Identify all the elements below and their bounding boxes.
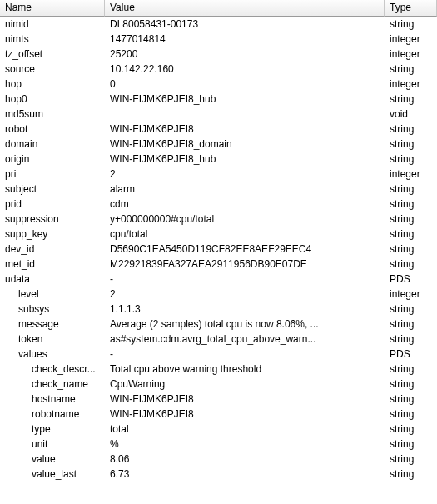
- row-value[interactable]: -: [105, 272, 385, 287]
- row-value[interactable]: DL80058431-00173: [105, 17, 385, 32]
- row-type: integer: [385, 287, 437, 302]
- row-value[interactable]: 8.06: [105, 452, 385, 467]
- row-type: string: [385, 302, 437, 317]
- row-type: string: [385, 362, 437, 377]
- property-grid: Name Value Type nimidDL80058431-00173str…: [0, 0, 437, 482]
- row-name[interactable]: prid: [0, 197, 105, 212]
- row-name[interactable]: suppression: [0, 212, 105, 227]
- row-name[interactable]: type: [0, 422, 105, 437]
- row-name[interactable]: check_name: [0, 377, 105, 392]
- row-value[interactable]: 1.1.1.3: [105, 302, 385, 317]
- row-value[interactable]: M22921839FA327AEA2911956DB90E07DE: [105, 257, 385, 272]
- row-type: string: [385, 242, 437, 257]
- row-name[interactable]: message: [0, 317, 105, 332]
- row-type: string: [385, 227, 437, 242]
- row-name[interactable]: nimid: [0, 17, 105, 32]
- row-value[interactable]: CpuWarning: [105, 377, 385, 392]
- row-type: integer: [385, 167, 437, 182]
- row-name[interactable]: origin: [0, 152, 105, 167]
- row-name[interactable]: udata: [0, 272, 105, 287]
- row-value[interactable]: WIN-FIJMK6PJEI8_hub: [105, 92, 385, 107]
- row-name[interactable]: robotname: [0, 407, 105, 422]
- row-value[interactable]: y+000000000#cpu/total: [105, 212, 385, 227]
- row-type: string: [385, 92, 437, 107]
- row-value[interactable]: 2: [105, 167, 385, 182]
- row-type: string: [385, 332, 437, 347]
- row-type: string: [385, 152, 437, 167]
- row-value[interactable]: WIN-FIJMK6PJEI8_hub: [105, 152, 385, 167]
- row-name[interactable]: token: [0, 332, 105, 347]
- row-type: string: [385, 137, 437, 152]
- row-name[interactable]: subsys: [0, 302, 105, 317]
- row-name[interactable]: hostname: [0, 392, 105, 407]
- row-value[interactable]: WIN-FIJMK6PJEI8: [105, 407, 385, 422]
- row-name[interactable]: check_descr...: [0, 362, 105, 377]
- row-value[interactable]: Total cpu above warning threshold: [105, 362, 385, 377]
- row-type: string: [385, 377, 437, 392]
- row-value[interactable]: 2: [105, 287, 385, 302]
- row-name[interactable]: dev_id: [0, 242, 105, 257]
- row-name[interactable]: pri: [0, 167, 105, 182]
- row-type: string: [385, 197, 437, 212]
- row-value[interactable]: alarm: [105, 182, 385, 197]
- column-header-name[interactable]: Name: [0, 0, 105, 17]
- row-type: void: [385, 107, 437, 122]
- row-type: string: [385, 437, 437, 452]
- row-name[interactable]: robot: [0, 122, 105, 137]
- row-type: string: [385, 422, 437, 437]
- row-value[interactable]: total: [105, 422, 385, 437]
- row-value[interactable]: Average (2 samples) total cpu is now 8.0…: [105, 317, 385, 332]
- row-type: string: [385, 257, 437, 272]
- row-type: string: [385, 452, 437, 467]
- row-name[interactable]: value_last: [0, 467, 105, 482]
- row-name[interactable]: hop0: [0, 92, 105, 107]
- row-type: PDS: [385, 347, 437, 362]
- row-value[interactable]: [105, 107, 385, 122]
- row-name[interactable]: domain: [0, 137, 105, 152]
- row-name[interactable]: subject: [0, 182, 105, 197]
- row-name[interactable]: unit: [0, 437, 105, 452]
- row-name[interactable]: value: [0, 452, 105, 467]
- row-value[interactable]: 0: [105, 77, 385, 92]
- row-name[interactable]: supp_key: [0, 227, 105, 242]
- row-value[interactable]: WIN-FIJMK6PJEI8_domain: [105, 137, 385, 152]
- column-header-type[interactable]: Type: [385, 0, 437, 17]
- row-type: string: [385, 392, 437, 407]
- row-value[interactable]: WIN-FIJMK6PJEI8: [105, 122, 385, 137]
- row-name[interactable]: values: [0, 347, 105, 362]
- row-type: string: [385, 407, 437, 422]
- row-value[interactable]: cdm: [105, 197, 385, 212]
- row-type: integer: [385, 47, 437, 62]
- row-type: integer: [385, 32, 437, 47]
- row-value[interactable]: %: [105, 437, 385, 452]
- row-name[interactable]: md5sum: [0, 107, 105, 122]
- row-type: string: [385, 17, 437, 32]
- row-name[interactable]: tz_offset: [0, 47, 105, 62]
- row-value[interactable]: as#system.cdm.avrg_total_cpu_above_warn.…: [105, 332, 385, 347]
- row-name[interactable]: hop: [0, 77, 105, 92]
- row-name[interactable]: level: [0, 287, 105, 302]
- row-value[interactable]: WIN-FIJMK6PJEI8: [105, 392, 385, 407]
- row-value[interactable]: -: [105, 347, 385, 362]
- row-type: PDS: [385, 272, 437, 287]
- row-type: string: [385, 212, 437, 227]
- row-type: string: [385, 62, 437, 77]
- row-name[interactable]: source: [0, 62, 105, 77]
- row-type: string: [385, 122, 437, 137]
- row-value[interactable]: 6.73: [105, 467, 385, 482]
- row-value[interactable]: 25200: [105, 47, 385, 62]
- row-value[interactable]: 10.142.22.160: [105, 62, 385, 77]
- row-type: string: [385, 467, 437, 482]
- row-type: integer: [385, 77, 437, 92]
- row-name[interactable]: nimts: [0, 32, 105, 47]
- row-type: string: [385, 182, 437, 197]
- row-type: string: [385, 317, 437, 332]
- row-value[interactable]: cpu/total: [105, 227, 385, 242]
- row-name[interactable]: met_id: [0, 257, 105, 272]
- row-value[interactable]: 1477014814: [105, 32, 385, 47]
- column-header-value[interactable]: Value: [105, 0, 385, 17]
- row-value[interactable]: D5690C1EA5450D119CF82EE8AEF29EEC4: [105, 242, 385, 257]
